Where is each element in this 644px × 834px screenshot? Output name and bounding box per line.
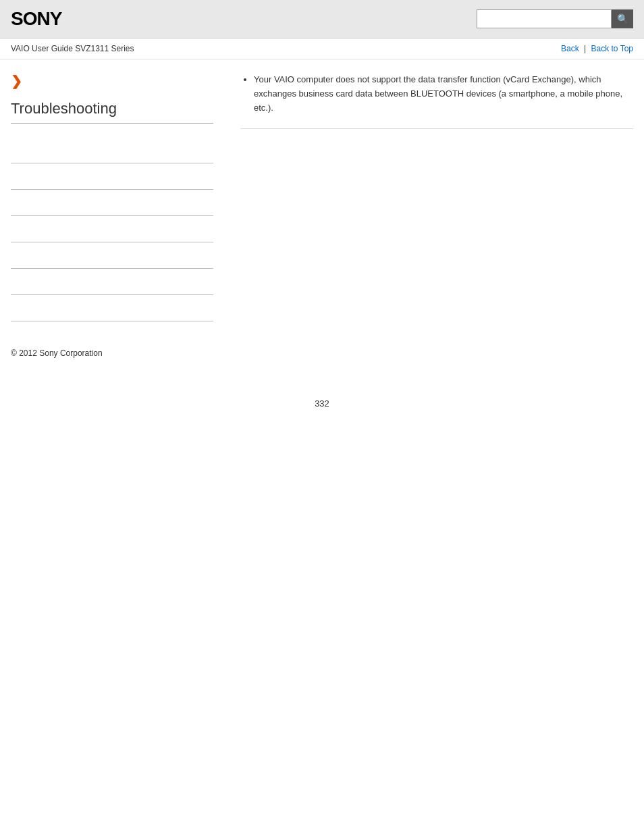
back-link[interactable]: Back [561, 44, 579, 53]
search-area: 🔍 [477, 9, 633, 28]
list-item [11, 295, 213, 321]
content-text-1: Your VAIO computer does not support the … [254, 74, 622, 113]
search-icon: 🔍 [617, 14, 628, 24]
header: SONY 🔍 [0, 0, 644, 38]
list-item [11, 137, 213, 163]
sidebar-link-6[interactable] [11, 277, 213, 286]
sidebar-link-1[interactable] [11, 145, 213, 155]
list-item [11, 242, 213, 269]
sidebar-link-list [11, 137, 213, 321]
search-input[interactable] [477, 9, 612, 28]
search-button[interactable]: 🔍 [612, 9, 633, 28]
list-item [11, 269, 213, 295]
sidebar-link-3[interactable] [11, 198, 213, 207]
footer: © 2012 Sony Corporation [0, 335, 644, 371]
back-to-top-link[interactable]: Back to Top [591, 44, 633, 53]
nav-links: Back | Back to Top [561, 44, 633, 53]
content-list: Your VAIO computer does not support the … [240, 73, 633, 115]
sony-logo: SONY [11, 8, 61, 30]
sidebar-link-7[interactable] [11, 303, 213, 313]
breadcrumb: VAIO User Guide SVZ1311 Series [11, 44, 134, 53]
sidebar-link-2[interactable] [11, 172, 213, 181]
main-content: Your VAIO computer does not support the … [227, 73, 633, 321]
list-item: Your VAIO computer does not support the … [254, 73, 633, 115]
sidebar-link-5[interactable] [11, 251, 213, 260]
nav-separator: | [584, 44, 586, 53]
sidebar-link-4[interactable] [11, 224, 213, 234]
chevron-right-icon: ❯ [11, 73, 213, 89]
list-item [11, 190, 213, 216]
list-item [11, 163, 213, 190]
content-separator [240, 128, 633, 129]
content-area: ❯ Troubleshooting [0, 59, 644, 335]
sidebar: ❯ Troubleshooting [11, 73, 227, 321]
copyright-text: © 2012 Sony Corporation [11, 348, 103, 358]
page-number: 332 [0, 398, 644, 422]
list-item [11, 216, 213, 242]
nav-bar: VAIO User Guide SVZ1311 Series Back | Ba… [0, 38, 644, 59]
section-title: Troubleshooting [11, 100, 213, 124]
